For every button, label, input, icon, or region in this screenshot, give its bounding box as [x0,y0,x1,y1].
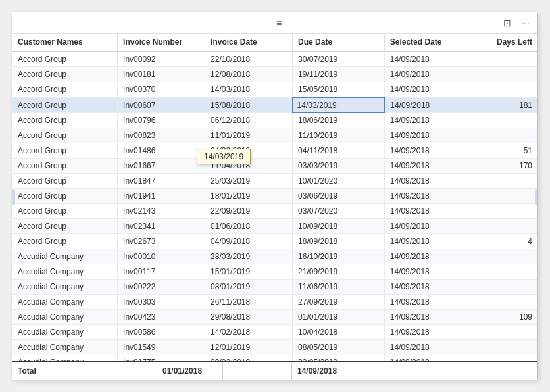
cell-selected-date: 14/09/2018 [384,67,476,82]
cell-customer: Accudial Company [12,280,118,295]
table-row[interactable]: Accudial CompanyInv0154912/01/201908/05/… [12,340,538,355]
cell-selected-date: 14/09/2018 [384,325,476,340]
table-row[interactable]: Accord GroupInv0234101/06/201810/09/2018… [12,219,538,234]
cell-customer: Accudial Company [12,340,118,355]
cell-invoice-number: Inv02673 [118,234,205,249]
table-row[interactable]: Accord GroupInv0166711/04/201803/03/2019… [12,159,538,174]
cell-days-left [476,295,538,310]
hamburger-icon: ≡ [276,18,282,28]
cell-invoice-date: 04/09/2018 [205,234,293,249]
cell-customer: Accord Group [12,219,118,234]
cell-selected-date: 14/09/2018 [384,174,476,189]
col-header-invoice-date[interactable]: Invoice Date [205,34,293,51]
cell-selected-date: 14/09/2018 [384,128,476,143]
cell-due-date: 11/10/2019 [293,128,385,143]
cell-selected-date: 14/09/2018 [384,159,476,174]
cell-invoice-number: Inv00222 [118,280,205,295]
cell-invoice-date: 20/03/2019 [205,355,293,362]
cell-customer: Accord Group [12,112,118,128]
table-row[interactable]: Accord GroupInv0082311/01/201911/10/2019… [12,128,538,143]
cell-invoice-date: 11/01/2019 [205,128,293,143]
cell-invoice-number: Inv00823 [118,128,205,143]
cell-invoice-date: 04/02/2018 [205,143,293,159]
title-bar: ≡ ⊡ ··· [12,12,538,34]
cell-days-left [476,51,538,67]
table-row[interactable]: Accudial CompanyInv0177520/03/201922/05/… [12,355,538,362]
footer-selected-date: 14/09/2018 [292,362,361,380]
cell-days-left [476,264,538,280]
cell-invoice-number: Inv00092 [118,51,205,67]
left-resize-handle[interactable] [12,189,15,205]
cell-customer: Accudial Company [12,249,118,264]
cell-invoice-date: 12/08/2018 [205,67,293,82]
table-row[interactable]: Accord GroupInv0037014/03/201815/05/2018… [12,82,538,98]
col-header-invoice-number[interactable]: Invoice Number [118,34,205,51]
table-row[interactable]: Accudial CompanyInv0030326/11/201827/09/… [12,295,538,310]
cell-days-left: 109 [476,310,538,325]
more-options-icon[interactable]: ··· [519,16,532,30]
cell-invoice-date: 25/03/2019 [205,174,293,189]
col-header-customer[interactable]: Customer Names [12,34,118,51]
table-row[interactable]: Accudial CompanyInv0022208/01/201911/06/… [12,280,538,295]
cell-invoice-date: 22/10/2018 [205,51,293,67]
cell-invoice-number: Inv00303 [118,295,205,310]
table-row[interactable]: Accord GroupInv0214322/09/201903/07/2020… [12,204,538,219]
cell-invoice-number: Inv00117 [118,264,205,280]
table-row[interactable]: Accudial CompanyInv0001028/03/201916/10/… [12,249,538,264]
cell-days-left: 51 [476,143,538,159]
data-table: Customer Names Invoice Number Invoice Da… [12,34,538,361]
cell-days-left: 4 [476,234,538,249]
cell-due-date: 21/09/2019 [293,264,385,280]
cell-invoice-number: Inv01667 [118,159,205,174]
cell-days-left [476,189,538,204]
cell-due-date: 18/09/2018 [293,234,385,249]
right-resize-handle[interactable] [535,189,538,205]
cell-customer: Accord Group [12,97,118,112]
table-row[interactable]: Accudial CompanyInv0011715/01/201921/09/… [12,264,538,280]
cell-days-left [476,219,538,234]
cell-days-left [476,340,538,355]
table-row[interactable]: Accord GroupInv0184725/03/201910/01/2020… [12,174,538,189]
cell-invoice-number: Inv01486 [118,143,205,159]
table-scroll[interactable]: Customer Names Invoice Number Invoice Da… [12,34,538,361]
cell-invoice-date: 01/06/2018 [205,219,293,234]
cell-customer: Accudial Company [12,355,118,362]
cell-invoice-number: Inv00423 [118,310,205,325]
cell-invoice-number: Inv01549 [118,340,205,355]
cell-customer: Accord Group [12,128,118,143]
cell-due-date: 30/07/2019 [293,51,385,67]
cell-invoice-number: Inv00796 [118,112,205,128]
cell-selected-date: 14/09/2018 [384,234,476,249]
cell-due-date: 03/07/2020 [293,204,385,219]
cell-invoice-number: Inv01775 [118,355,205,362]
cell-selected-date: 14/09/2018 [384,82,476,98]
cell-selected-date: 14/09/2018 [384,189,476,204]
table-row[interactable]: Accord GroupInv0009222/10/201830/07/2019… [12,51,538,67]
cell-invoice-date: 14/03/2018 [205,82,293,98]
table-row[interactable]: Accord GroupInv0060715/08/201814/03/2019… [12,97,538,112]
cell-selected-date: 14/09/2018 [384,295,476,310]
cell-due-date: 04/11/2018 [293,143,385,159]
col-header-due-date[interactable]: Due Date [293,34,385,51]
table-row[interactable]: Accord GroupInv0267304/09/201818/09/2018… [12,234,538,249]
cell-due-date: 27/09/2019 [293,295,385,310]
cell-due-date: 10/04/2018 [293,325,385,340]
cell-customer: Accord Group [12,234,118,249]
cell-customer: Accord Group [12,82,118,98]
cell-due-date: 03/03/2019 [293,159,385,174]
table-row[interactable]: Accord GroupInv0018112/08/201819/11/2019… [12,67,538,82]
table-row[interactable]: Accord GroupInv0148604/02/201804/11/2018… [12,143,538,159]
col-header-days-left[interactable]: Days Left [476,34,538,51]
table-row[interactable]: Accudial CompanyInv0058614/02/201810/04/… [12,325,538,340]
cell-days-left [476,249,538,264]
table-row[interactable]: Accord GroupInv0194118/01/201903/06/2019… [12,189,538,204]
cell-customer: Accord Group [12,143,118,159]
cell-due-date: 16/10/2019 [293,249,385,264]
cell-invoice-date: 22/09/2019 [205,204,293,219]
col-header-selected-date[interactable]: Selected Date [384,34,476,51]
expand-icon[interactable]: ⊡ [501,16,514,30]
cell-invoice-date: 15/01/2019 [205,264,293,280]
cell-days-left [476,355,538,362]
table-row[interactable]: Accord GroupInv0079606/12/201818/06/2019… [12,112,538,128]
table-row[interactable]: Accudial CompanyInv0042329/08/201801/01/… [12,310,538,325]
